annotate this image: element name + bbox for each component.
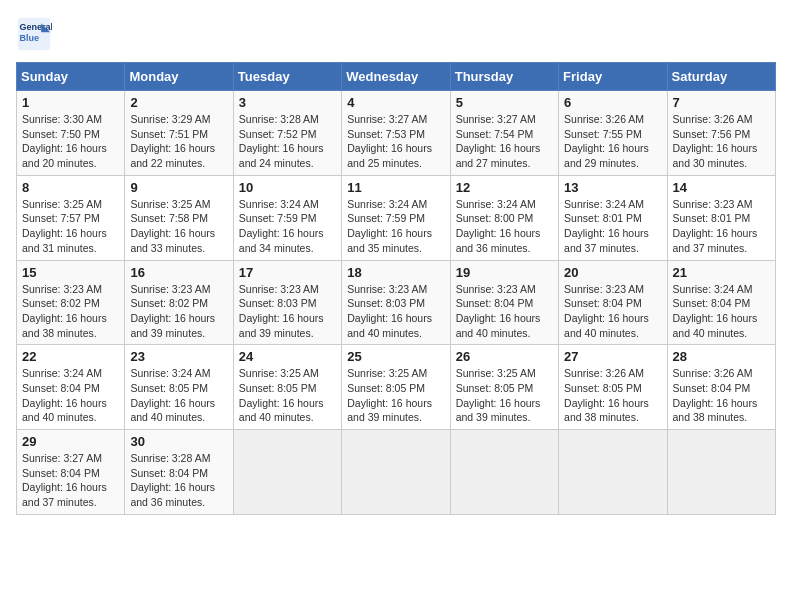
day-number: 11 (347, 180, 444, 195)
calendar-cell (342, 430, 450, 515)
weekday-header-friday: Friday (559, 63, 667, 91)
calendar-cell: 8Sunrise: 3:25 AM Sunset: 7:57 PM Daylig… (17, 175, 125, 260)
day-info: Sunrise: 3:26 AM Sunset: 7:55 PM Dayligh… (564, 112, 661, 171)
day-info: Sunrise: 3:24 AM Sunset: 7:59 PM Dayligh… (239, 197, 336, 256)
calendar-cell: 5Sunrise: 3:27 AM Sunset: 7:54 PM Daylig… (450, 91, 558, 176)
day-info: Sunrise: 3:27 AM Sunset: 7:53 PM Dayligh… (347, 112, 444, 171)
day-info: Sunrise: 3:24 AM Sunset: 8:00 PM Dayligh… (456, 197, 553, 256)
calendar-cell: 1Sunrise: 3:30 AM Sunset: 7:50 PM Daylig… (17, 91, 125, 176)
day-info: Sunrise: 3:25 AM Sunset: 7:58 PM Dayligh… (130, 197, 227, 256)
calendar-cell: 13Sunrise: 3:24 AM Sunset: 8:01 PM Dayli… (559, 175, 667, 260)
calendar-cell: 20Sunrise: 3:23 AM Sunset: 8:04 PM Dayli… (559, 260, 667, 345)
day-info: Sunrise: 3:24 AM Sunset: 8:05 PM Dayligh… (130, 366, 227, 425)
calendar-week-2: 8Sunrise: 3:25 AM Sunset: 7:57 PM Daylig… (17, 175, 776, 260)
logo-icon: General Blue (16, 16, 52, 52)
day-number: 2 (130, 95, 227, 110)
day-number: 9 (130, 180, 227, 195)
day-number: 8 (22, 180, 119, 195)
day-number: 12 (456, 180, 553, 195)
day-info: Sunrise: 3:28 AM Sunset: 7:52 PM Dayligh… (239, 112, 336, 171)
day-number: 23 (130, 349, 227, 364)
day-info: Sunrise: 3:26 AM Sunset: 8:04 PM Dayligh… (673, 366, 770, 425)
calendar-cell: 15Sunrise: 3:23 AM Sunset: 8:02 PM Dayli… (17, 260, 125, 345)
calendar-cell (667, 430, 775, 515)
calendar-cell: 14Sunrise: 3:23 AM Sunset: 8:01 PM Dayli… (667, 175, 775, 260)
day-info: Sunrise: 3:24 AM Sunset: 8:01 PM Dayligh… (564, 197, 661, 256)
day-info: Sunrise: 3:26 AM Sunset: 8:05 PM Dayligh… (564, 366, 661, 425)
calendar-cell: 17Sunrise: 3:23 AM Sunset: 8:03 PM Dayli… (233, 260, 341, 345)
day-number: 5 (456, 95, 553, 110)
day-number: 21 (673, 265, 770, 280)
calendar-cell: 3Sunrise: 3:28 AM Sunset: 7:52 PM Daylig… (233, 91, 341, 176)
day-number: 3 (239, 95, 336, 110)
day-info: Sunrise: 3:24 AM Sunset: 8:04 PM Dayligh… (673, 282, 770, 341)
day-number: 25 (347, 349, 444, 364)
day-info: Sunrise: 3:23 AM Sunset: 8:04 PM Dayligh… (564, 282, 661, 341)
calendar-cell: 24Sunrise: 3:25 AM Sunset: 8:05 PM Dayli… (233, 345, 341, 430)
weekday-header-wednesday: Wednesday (342, 63, 450, 91)
page-header: General Blue (16, 16, 776, 52)
day-info: Sunrise: 3:25 AM Sunset: 7:57 PM Dayligh… (22, 197, 119, 256)
day-number: 15 (22, 265, 119, 280)
day-number: 10 (239, 180, 336, 195)
day-info: Sunrise: 3:28 AM Sunset: 8:04 PM Dayligh… (130, 451, 227, 510)
calendar-cell (450, 430, 558, 515)
calendar-table: SundayMondayTuesdayWednesdayThursdayFrid… (16, 62, 776, 515)
weekday-header-thursday: Thursday (450, 63, 558, 91)
svg-text:Blue: Blue (20, 33, 40, 43)
day-info: Sunrise: 3:24 AM Sunset: 8:04 PM Dayligh… (22, 366, 119, 425)
calendar-cell (233, 430, 341, 515)
day-info: Sunrise: 3:26 AM Sunset: 7:56 PM Dayligh… (673, 112, 770, 171)
day-number: 13 (564, 180, 661, 195)
calendar-cell: 9Sunrise: 3:25 AM Sunset: 7:58 PM Daylig… (125, 175, 233, 260)
calendar-cell: 4Sunrise: 3:27 AM Sunset: 7:53 PM Daylig… (342, 91, 450, 176)
calendar-week-4: 22Sunrise: 3:24 AM Sunset: 8:04 PM Dayli… (17, 345, 776, 430)
day-number: 22 (22, 349, 119, 364)
calendar-cell: 23Sunrise: 3:24 AM Sunset: 8:05 PM Dayli… (125, 345, 233, 430)
day-info: Sunrise: 3:23 AM Sunset: 8:01 PM Dayligh… (673, 197, 770, 256)
day-info: Sunrise: 3:25 AM Sunset: 8:05 PM Dayligh… (456, 366, 553, 425)
weekday-header-row: SundayMondayTuesdayWednesdayThursdayFrid… (17, 63, 776, 91)
day-number: 18 (347, 265, 444, 280)
day-number: 26 (456, 349, 553, 364)
day-info: Sunrise: 3:23 AM Sunset: 8:02 PM Dayligh… (130, 282, 227, 341)
weekday-header-sunday: Sunday (17, 63, 125, 91)
calendar-cell (559, 430, 667, 515)
calendar-cell: 11Sunrise: 3:24 AM Sunset: 7:59 PM Dayli… (342, 175, 450, 260)
day-number: 16 (130, 265, 227, 280)
calendar-cell: 25Sunrise: 3:25 AM Sunset: 8:05 PM Dayli… (342, 345, 450, 430)
day-number: 19 (456, 265, 553, 280)
day-number: 20 (564, 265, 661, 280)
calendar-cell: 29Sunrise: 3:27 AM Sunset: 8:04 PM Dayli… (17, 430, 125, 515)
calendar-week-5: 29Sunrise: 3:27 AM Sunset: 8:04 PM Dayli… (17, 430, 776, 515)
day-number: 29 (22, 434, 119, 449)
weekday-header-tuesday: Tuesday (233, 63, 341, 91)
day-info: Sunrise: 3:30 AM Sunset: 7:50 PM Dayligh… (22, 112, 119, 171)
day-info: Sunrise: 3:25 AM Sunset: 8:05 PM Dayligh… (347, 366, 444, 425)
weekday-header-monday: Monday (125, 63, 233, 91)
weekday-header-saturday: Saturday (667, 63, 775, 91)
calendar-cell: 18Sunrise: 3:23 AM Sunset: 8:03 PM Dayli… (342, 260, 450, 345)
calendar-cell: 26Sunrise: 3:25 AM Sunset: 8:05 PM Dayli… (450, 345, 558, 430)
day-number: 17 (239, 265, 336, 280)
calendar-cell: 16Sunrise: 3:23 AM Sunset: 8:02 PM Dayli… (125, 260, 233, 345)
calendar-cell: 22Sunrise: 3:24 AM Sunset: 8:04 PM Dayli… (17, 345, 125, 430)
calendar-cell: 21Sunrise: 3:24 AM Sunset: 8:04 PM Dayli… (667, 260, 775, 345)
day-number: 7 (673, 95, 770, 110)
day-info: Sunrise: 3:23 AM Sunset: 8:04 PM Dayligh… (456, 282, 553, 341)
day-info: Sunrise: 3:25 AM Sunset: 8:05 PM Dayligh… (239, 366, 336, 425)
day-number: 24 (239, 349, 336, 364)
day-info: Sunrise: 3:29 AM Sunset: 7:51 PM Dayligh… (130, 112, 227, 171)
calendar-cell: 30Sunrise: 3:28 AM Sunset: 8:04 PM Dayli… (125, 430, 233, 515)
day-info: Sunrise: 3:27 AM Sunset: 7:54 PM Dayligh… (456, 112, 553, 171)
day-info: Sunrise: 3:23 AM Sunset: 8:02 PM Dayligh… (22, 282, 119, 341)
day-info: Sunrise: 3:23 AM Sunset: 8:03 PM Dayligh… (347, 282, 444, 341)
calendar-cell: 12Sunrise: 3:24 AM Sunset: 8:00 PM Dayli… (450, 175, 558, 260)
day-number: 6 (564, 95, 661, 110)
calendar-cell: 19Sunrise: 3:23 AM Sunset: 8:04 PM Dayli… (450, 260, 558, 345)
calendar-cell: 28Sunrise: 3:26 AM Sunset: 8:04 PM Dayli… (667, 345, 775, 430)
day-info: Sunrise: 3:27 AM Sunset: 8:04 PM Dayligh… (22, 451, 119, 510)
calendar-week-1: 1Sunrise: 3:30 AM Sunset: 7:50 PM Daylig… (17, 91, 776, 176)
day-number: 30 (130, 434, 227, 449)
day-info: Sunrise: 3:23 AM Sunset: 8:03 PM Dayligh… (239, 282, 336, 341)
